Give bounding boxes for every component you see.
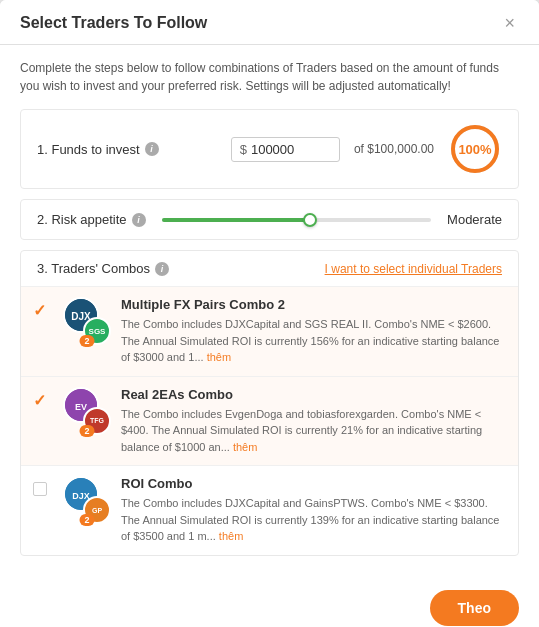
combos-section: 3. Traders' Combos i I want to select in…	[20, 250, 519, 556]
combo-1-desc: The Combo includes DJXCapital and SGS RE…	[121, 316, 506, 366]
modal-title: Select Traders To Follow	[20, 14, 207, 32]
slider-thumb[interactable]	[303, 213, 317, 227]
risk-value-label: Moderate	[447, 212, 502, 227]
next-button[interactable]: Theo	[430, 590, 519, 626]
funds-section: 1. Funds to invest i $ of $100,000.00	[20, 109, 519, 189]
combo-3-desc: The Combo includes DJXCapital and GainsP…	[121, 495, 506, 545]
funds-input-wrap: $	[231, 137, 340, 162]
combos-title: 3. Traders' Combos i	[37, 261, 169, 276]
combo-item-3[interactable]: DJX GP 2 ROI Combo The Combo includes DJ…	[21, 466, 518, 555]
currency-symbol: $	[240, 142, 247, 157]
combo-item-2[interactable]: ✓ EV TFG 2	[21, 377, 518, 467]
combo-3-info: ROI Combo The Combo includes DJXCapital …	[121, 476, 506, 545]
risk-info-icon[interactable]: i	[132, 213, 146, 227]
combo-2-avatars: EV TFG 2	[63, 387, 111, 435]
modal-container: Select Traders To Follow × Complete the …	[0, 0, 539, 627]
combo-2-desc: The Combo includes EvgenDoga and tobiasf…	[121, 406, 506, 456]
funds-label: 1. Funds to invest i	[37, 142, 159, 157]
combo-3-name: ROI Combo	[121, 476, 506, 491]
combo-item-1[interactable]: ✓ DJX SGS 2	[21, 287, 518, 377]
modal-body: Complete the steps below to follow combi…	[0, 45, 539, 580]
risk-row: 2. Risk appetite i Moderate	[37, 212, 502, 227]
combos-list: ✓ DJX SGS 2	[21, 287, 518, 555]
combo-3-checkbox	[33, 476, 53, 496]
combo-2-checkbox: ✓	[33, 387, 53, 410]
combo-1-avatars: DJX SGS 2	[63, 297, 111, 345]
combo-2-info: Real 2EAs Combo The Combo includes Evgen…	[121, 387, 506, 456]
close-button[interactable]: ×	[500, 14, 519, 32]
risk-section: 2. Risk appetite i Moderate	[20, 199, 519, 240]
combo-2-checkmark: ✓	[33, 391, 46, 410]
modal-footer: Theo	[0, 580, 539, 628]
combo-1-checkbox: ✓	[33, 297, 53, 320]
combo-2-name: Real 2EAs Combo	[121, 387, 506, 402]
combo-2-more-link[interactable]: thêm	[233, 441, 257, 453]
combos-info-icon[interactable]: i	[155, 262, 169, 276]
combo-3-empty-check	[33, 482, 47, 496]
funds-of-text: of $100,000.00	[354, 142, 434, 156]
funds-input[interactable]	[251, 142, 331, 157]
modal-header: Select Traders To Follow ×	[0, 0, 539, 45]
combo-1-info: Multiple FX Pairs Combo 2 The Combo incl…	[121, 297, 506, 366]
funds-progress-circle: 100%	[448, 122, 502, 176]
combo-2-count: 2	[79, 425, 94, 437]
funds-info-icon[interactable]: i	[145, 142, 159, 156]
risk-slider[interactable]	[162, 218, 431, 222]
combo-1-checkmark: ✓	[33, 301, 46, 320]
individual-traders-link[interactable]: I want to select individual Traders	[325, 262, 502, 276]
funds-row: 1. Funds to invest i $ of $100,000.00	[37, 122, 502, 176]
combo-3-avatars: DJX GP 2	[63, 476, 111, 524]
slider-track	[162, 218, 431, 222]
combo-1-count: 2	[79, 335, 94, 347]
svg-text:EV: EV	[75, 402, 87, 412]
combo-3-count: 2	[79, 514, 94, 526]
combo-3-more-link[interactable]: thêm	[219, 530, 243, 542]
risk-label: 2. Risk appetite i	[37, 212, 146, 227]
combo-1-name: Multiple FX Pairs Combo 2	[121, 297, 506, 312]
percent-text: 100%	[458, 142, 491, 157]
description-text: Complete the steps below to follow combi…	[20, 59, 519, 95]
funds-right: $ of $100,000.00 100%	[231, 122, 502, 176]
combo-1-more-link[interactable]: thêm	[207, 351, 231, 363]
combos-header: 3. Traders' Combos i I want to select in…	[21, 251, 518, 287]
slider-fill	[162, 218, 310, 222]
